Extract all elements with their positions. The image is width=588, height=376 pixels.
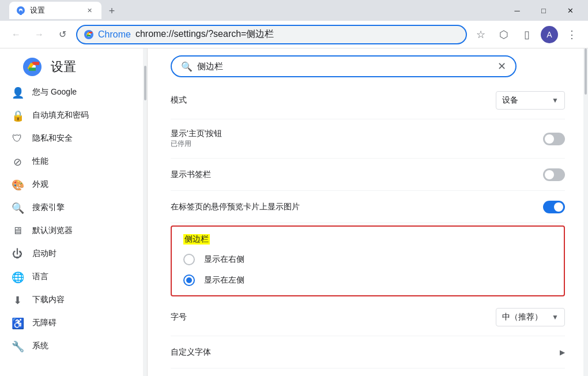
show-bookmark-toggle[interactable] (543, 168, 565, 181)
maximize-button[interactable]: □ (530, 0, 557, 21)
custom-font-setting-row: 自定义字体 ▶ (171, 336, 565, 369)
sidebar-label-accessibility: 无障碍 (32, 318, 56, 328)
search-clear-button[interactable]: ✕ (497, 60, 506, 73)
sidebar-item-google[interactable]: 👤 您与 Google (0, 81, 147, 104)
show-image-label: 在标签页的悬停预览卡片上显示图片 (171, 202, 300, 212)
titlebar-controls: ─ □ ✕ (504, 0, 583, 21)
sidebar-item-browser[interactable]: 🖥 默认浏览器 (0, 219, 147, 242)
sidebar-toggle-button[interactable]: ▯ (518, 25, 536, 44)
radio-right-outer[interactable] (183, 254, 195, 265)
sidebar-label-autofill: 自动填充和密码 (32, 110, 89, 121)
show-image-setting-row: 在标签页的悬停预览卡片上显示图片 (171, 191, 565, 223)
search-container: 🔍 ✕ (148, 48, 588, 82)
show-bookmark-toggle-thumb (545, 170, 554, 179)
sidebar-position-section: 侧边栏 显示在右侧 显示在左侧 (171, 225, 565, 296)
font-label: 字号 (171, 312, 187, 322)
radio-item-right[interactable]: 显示在右侧 (183, 254, 552, 265)
close-button[interactable]: ✕ (557, 0, 583, 21)
main-area: 设置 👤 您与 Google 🔒 自动填充和密码 🛡 隐私和安全 ⊘ 性能 🎨 … (0, 48, 588, 376)
settings-tab-favicon (16, 6, 25, 15)
mode-dropdown-text: 设备 (502, 95, 547, 106)
mode-dropdown[interactable]: 设备 ▼ (496, 91, 565, 110)
show-image-toggle-thumb (554, 202, 563, 212)
sidebar-item-language[interactable]: 🌐 语言 (0, 265, 147, 288)
new-tab-button[interactable]: + (104, 3, 120, 19)
custom-font-label: 自定义字体 (171, 347, 211, 358)
sidebar-item-search[interactable]: 🔍 搜索引擎 (0, 196, 147, 219)
show-image-toggle[interactable] (543, 201, 565, 213)
show-home-toggle-thumb (545, 134, 554, 144)
mode-setting-row: 模式 设备 ▼ (171, 82, 565, 119)
refresh-button[interactable]: ↺ (53, 25, 71, 44)
radio-group: 显示在右侧 显示在左侧 (183, 251, 552, 288)
radio-left-outer[interactable] (183, 275, 195, 286)
sidebar-item-accessibility[interactable]: ♿ 无障碍 (0, 311, 147, 334)
sidebar-icon-search: 🔍 (12, 202, 23, 213)
sidebar-item-system[interactable]: 🔧 系统 (0, 334, 147, 358)
address-bar[interactable]: Chrome chrome://settings/?search=侧边栏 (76, 25, 467, 44)
titlebar: 设置 ✕ + ─ □ ✕ (0, 0, 588, 21)
sidebar-icon-appearance: 🎨 (12, 179, 23, 190)
mode-label: 模式 (171, 95, 187, 106)
show-home-toggle[interactable] (543, 133, 565, 145)
bookmark-button[interactable]: ☆ (472, 25, 490, 44)
chrome-icon (84, 30, 93, 39)
minimize-button[interactable]: ─ (504, 0, 530, 21)
sidebar-label-performance: 性能 (32, 156, 48, 167)
custom-font-arrow[interactable]: ▶ (560, 348, 565, 356)
tab-area: 设置 ✕ + (5, 2, 504, 19)
search-bar[interactable]: 🔍 ✕ (171, 55, 517, 77)
sidebar-item-downloads[interactable]: ⬇ 下载内容 (0, 288, 147, 311)
sidebar-icon-privacy: 🛡 (12, 133, 23, 144)
sidebar-icon-browser: 🖥 (12, 225, 23, 236)
mode-dropdown-arrow: ▼ (552, 96, 559, 104)
sidebar-item-autofill[interactable]: 🔒 自动填充和密码 (0, 104, 147, 127)
sidebar-label-downloads: 下载内容 (32, 295, 65, 305)
search-input[interactable] (197, 62, 493, 72)
sidebar-scrollbar[interactable] (143, 48, 148, 376)
sidebar-item-performance[interactable]: ⊘ 性能 (0, 150, 147, 173)
forward-button[interactable]: → (30, 25, 48, 44)
radio-left-label: 显示在左侧 (204, 275, 244, 285)
more-button[interactable]: ⋮ (563, 25, 581, 44)
address-url: chrome://settings/?search=侧边栏 (135, 28, 274, 40)
sidebar-label-language: 语言 (32, 272, 48, 282)
sidebar-label-system: 系统 (32, 341, 48, 351)
extensions-button[interactable]: ⬡ (495, 25, 513, 44)
sidebar-scroll-thumb (144, 66, 146, 100)
sidebar-icon-language: 🌐 (12, 271, 23, 283)
nav-right-icons: ☆ ⬡ ▯ A ⋮ (472, 25, 581, 44)
sidebar: 设置 👤 您与 Google 🔒 自动填充和密码 🛡 隐私和安全 ⊘ 性能 🎨 … (0, 48, 148, 376)
sidebar-label-browser: 默认浏览器 (32, 225, 73, 236)
content-scrollbar[interactable] (583, 48, 588, 376)
settings-header: 设置 (0, 48, 147, 81)
sidebar-item-privacy[interactable]: 🛡 隐私和安全 (0, 127, 147, 150)
settings-tab[interactable]: 设置 ✕ (9, 2, 101, 19)
content-scroll-thumb (585, 48, 587, 95)
show-bookmark-label: 显示书签栏 (171, 170, 211, 180)
tab-close-button[interactable]: ✕ (84, 5, 95, 16)
show-home-labels: 显示'主页'按钮 已停用 (171, 129, 222, 149)
zoom-setting-row: 网页缩放 100% ▼ (171, 369, 565, 376)
sidebar-label-startup: 启动时 (32, 249, 56, 259)
settings-title: 设置 (51, 58, 76, 76)
sidebar-nav: 👤 您与 Google 🔒 自动填充和密码 🛡 隐私和安全 ⊘ 性能 🎨 外观 … (0, 81, 147, 358)
font-setting-row: 字号 中（推荐） ▼ (171, 299, 565, 336)
sidebar-section-title: 侧边栏 (183, 234, 210, 245)
profile-button[interactable]: A (541, 26, 558, 43)
sidebar-icon-accessibility: ♿ (12, 317, 23, 329)
show-bookmark-setting-row: 显示书签栏 (171, 159, 565, 191)
sidebar-item-startup[interactable]: ⏻ 启动时 (0, 242, 147, 265)
sidebar-item-appearance[interactable]: 🎨 外观 (0, 173, 147, 196)
font-dropdown-arrow: ▼ (552, 313, 559, 321)
sidebar-label-privacy: 隐私和安全 (32, 133, 73, 144)
sidebar-icon-google: 👤 (12, 87, 23, 98)
sidebar-icon-startup: ⏻ (12, 248, 23, 260)
svg-rect-2 (20, 10, 22, 15)
font-dropdown[interactable]: 中（推荐） ▼ (496, 308, 565, 326)
chrome-logo (23, 58, 42, 76)
show-home-sublabel: 已停用 (171, 139, 222, 149)
radio-item-left[interactable]: 显示在左侧 (183, 275, 552, 286)
sidebar-icon-system: 🔧 (12, 340, 23, 352)
back-button[interactable]: ← (7, 25, 25, 44)
